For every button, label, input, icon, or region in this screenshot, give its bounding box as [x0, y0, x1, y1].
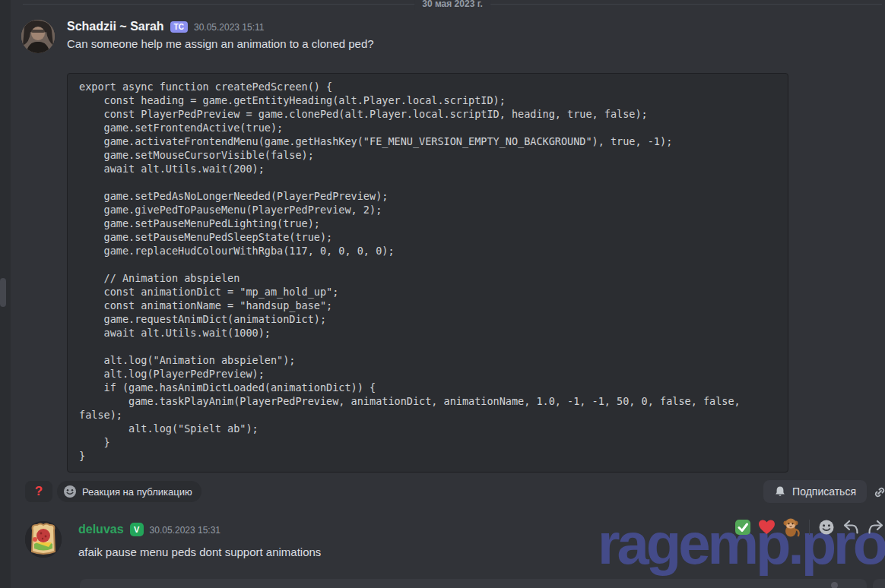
message-timestamp: 30.05.2023 15:31 [150, 525, 220, 536]
add-reaction-icon[interactable] [818, 519, 835, 536]
message-text: afaik pause menu peds dont support anima… [78, 544, 321, 561]
message-text: Can someone help me assign an animation … [67, 36, 374, 52]
reaction-pill-question[interactable]: ? [25, 481, 52, 502]
avatar-schadzii[interactable] [21, 20, 55, 53]
monkey-emoji[interactable] [782, 517, 801, 537]
author-tag-badge: TC [170, 21, 188, 33]
add-reaction-button[interactable]: Реакция на публикацию [57, 481, 201, 502]
bell-icon [774, 485, 786, 498]
input-side-button[interactable] [873, 579, 885, 588]
author-name[interactable]: Schadzii ~ Sarah [67, 19, 164, 34]
date-divider-label: 30 мая 2023 г. [414, 0, 490, 10]
message-header: Schadzii ~ Sarah TC 30.05.2023 15:11 [67, 19, 264, 34]
message-timestamp: 30.05.2023 15:11 [194, 22, 265, 33]
verified-badge: V [130, 523, 144, 536]
date-divider: 30 мая 2023 г. [23, 4, 882, 5]
reply-icon[interactable] [842, 518, 860, 536]
subscribe-button[interactable]: Подписаться [763, 480, 867, 503]
toast-avatar-image [25, 521, 62, 558]
avatar-deluvas[interactable] [25, 521, 62, 558]
forward-icon[interactable] [867, 518, 885, 536]
avatar-portrait-image [21, 20, 55, 53]
add-reaction-label: Реакция на публикацию [82, 486, 192, 498]
copy-link-icon[interactable] [873, 485, 885, 499]
red-heart-emoji[interactable] [758, 519, 776, 536]
message-header: deluvas V 30.05.2023 15:31 [78, 522, 220, 537]
author-name[interactable]: deluvas [78, 522, 124, 537]
smiley-icon [63, 485, 77, 498]
input-emoji-icon[interactable] [831, 582, 838, 588]
white-check-mark-emoji[interactable] [734, 519, 751, 536]
code-block-content: export async function createPedScreen() … [79, 80, 776, 463]
message-hover-toolbar [731, 515, 885, 539]
scrollbar-thumb[interactable] [0, 278, 6, 307]
question-mark-emoji: ? [35, 484, 43, 499]
code-block[interactable]: export async function createPedScreen() … [67, 73, 788, 473]
message-input[interactable] [80, 579, 867, 588]
subscribe-label: Подписаться [792, 485, 856, 498]
toolbar-divider [809, 520, 810, 535]
left-panel-edge [0, 0, 11, 588]
